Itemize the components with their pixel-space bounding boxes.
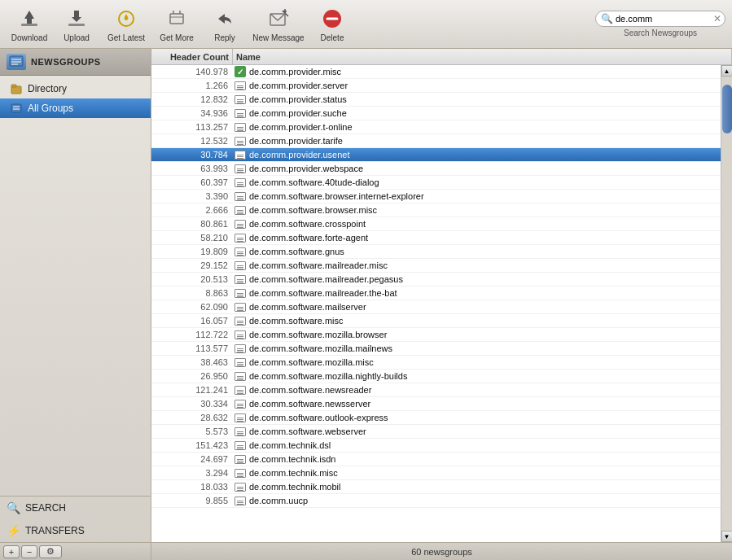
table-row[interactable]: 8.863de.comm.software.mailreader.the-bat (151, 287, 721, 300)
cell-name: de.comm.software.browser.internet-explor… (248, 191, 721, 201)
cell-name: de.comm.software.mailreader.pegasus (248, 274, 721, 284)
search-clear-icon[interactable]: ✕ (713, 13, 721, 24)
sidebar-item-search[interactable]: 🔍 SEARCH (0, 497, 151, 519)
table-row[interactable]: 60.397de.comm.software.40tude-dialog (151, 176, 721, 190)
search-box[interactable]: 🔍 ✕ (595, 11, 725, 27)
table-row[interactable]: 140.978✓de.comm.provider.misc (151, 65, 721, 79)
table-row[interactable]: 3.390de.comm.software.browser.internet-e… (151, 190, 721, 203)
table-row[interactable]: 151.423de.comm.technik.dsl (151, 439, 721, 453)
cell-name: de.comm.software.newsserver (248, 399, 721, 409)
cell-count: 3.390 (151, 191, 233, 201)
table-row[interactable]: 28.632de.comm.software.outlook-express (151, 411, 721, 425)
download-button[interactable]: Download (7, 3, 52, 46)
table-row[interactable]: 34.936de.comm.provider.suche (151, 107, 721, 120)
cell-name: de.comm.provider.misc (248, 67, 721, 77)
sidebar-all-groups-label: All Groups (28, 103, 73, 114)
cell-icon (233, 123, 248, 132)
svg-rect-23 (11, 104, 21, 112)
cell-icon (233, 192, 248, 201)
scrollbar-thumb[interactable] (722, 85, 732, 133)
scroll-up-arrow[interactable]: ▲ (721, 65, 733, 77)
sidebar-item-transfers[interactable]: ⚡ TRANSFERS (0, 519, 151, 542)
sidebar-item-directory[interactable]: Directory (0, 79, 151, 98)
table-row[interactable]: 62.090de.comm.software.mailserver (151, 300, 721, 314)
reply-button[interactable]: Reply (202, 3, 248, 46)
sidebar-controls: + − ⚙ (0, 542, 151, 560)
table-row[interactable]: 38.463de.comm.software.mozilla.misc (151, 356, 721, 370)
scroll-down-arrow[interactable]: ▼ (721, 531, 733, 542)
cell-count: 3.294 (151, 468, 233, 478)
cell-name: de.comm.software.browser.misc (248, 205, 721, 215)
cell-icon (233, 261, 248, 270)
cell-name: de.comm.provider.tarife (248, 136, 721, 146)
cell-count: 29.152 (151, 260, 233, 270)
cell-count: 121.241 (151, 385, 233, 395)
cell-icon (233, 164, 248, 173)
sidebar-header: NEWSGROUPS (0, 49, 151, 76)
cell-count: 112.722 (151, 330, 233, 339)
get-more-button[interactable]: Get More (153, 3, 200, 46)
get-latest-button[interactable]: Get Latest (101, 3, 151, 46)
table-row[interactable]: 3.294de.comm.technik.misc (151, 466, 721, 480)
table-row[interactable]: 5.573de.comm.software.webserver (151, 425, 721, 439)
upload-icon (64, 6, 90, 32)
table-row[interactable]: 20.513de.comm.software.mailreader.pegasu… (151, 273, 721, 287)
table-row[interactable]: 112.722de.comm.software.mozilla.browser (151, 328, 721, 342)
col-header-count: Header Count (151, 49, 233, 64)
cell-icon (233, 317, 248, 326)
cell-name: de.comm.software.newsreader (248, 385, 721, 395)
table-row[interactable]: 30.784de.comm.provider.usenet (151, 148, 721, 162)
table-row[interactable]: 80.861de.comm.software.crosspoint (151, 217, 721, 231)
sidebar-section-label: NEWSGROUPS (31, 57, 101, 67)
col-header-name: Name (233, 49, 732, 64)
cell-name: de.comm.technik.dsl (248, 440, 721, 450)
cell-count: 113.257 (151, 122, 233, 132)
table-row[interactable]: 12.832de.comm.provider.status (151, 93, 721, 107)
cell-icon (233, 151, 248, 160)
table-row[interactable]: 63.993de.comm.provider.webspace (151, 162, 721, 176)
remove-button[interactable]: − (21, 545, 37, 558)
table-row[interactable]: 1.266de.comm.provider.server (151, 79, 721, 93)
scrollbar-track[interactable] (721, 77, 733, 531)
table-row[interactable]: 16.057de.comm.software.misc (151, 314, 721, 328)
table-row[interactable]: 19.809de.comm.software.gnus (151, 245, 721, 259)
scrollbar[interactable]: ▲ ▼ (721, 65, 732, 542)
table-row[interactable]: 113.577de.comm.software.mozilla.mailnews (151, 342, 721, 356)
new-message-button[interactable]: New Message (249, 3, 308, 46)
table-row[interactable]: 18.033de.comm.technik.mobil (151, 480, 721, 494)
table-row[interactable]: 9.855de.comm.uucp (151, 494, 721, 508)
table-row[interactable]: 121.241de.comm.software.newsreader (151, 383, 721, 397)
cell-icon (233, 441, 248, 450)
cell-icon (233, 497, 248, 505)
search-icon: 🔍 (601, 13, 613, 24)
table-row[interactable]: 30.334de.comm.software.newsserver (151, 397, 721, 411)
cell-name: de.comm.software.crosspoint (248, 219, 721, 229)
upload-button[interactable]: Upload (54, 3, 99, 46)
add-button[interactable]: + (3, 545, 20, 558)
delete-button[interactable]: Delete (309, 3, 355, 46)
cell-count: 34.936 (151, 108, 233, 118)
sidebar-item-all-groups[interactable]: All Groups (0, 98, 151, 118)
svg-marker-1 (24, 11, 34, 24)
table-row[interactable]: 24.697de.comm.technik.isdn (151, 453, 721, 466)
table-row[interactable]: 29.152de.comm.software.mailreader.misc (151, 259, 721, 273)
cell-name: de.comm.provider.suche (248, 108, 721, 118)
table-row[interactable]: 12.532de.comm.provider.tarife (151, 134, 721, 148)
table-row[interactable]: 26.950de.comm.software.mozilla.nightly-b… (151, 370, 721, 383)
cell-icon (233, 372, 248, 381)
table-body[interactable]: 140.978✓de.comm.provider.misc1.266de.com… (151, 65, 721, 542)
cell-icon (233, 109, 248, 118)
cell-count: 24.697 (151, 454, 233, 464)
sidebar-search-label: SEARCH (25, 502, 66, 514)
search-input[interactable] (616, 14, 713, 24)
cell-icon (233, 95, 248, 104)
svg-rect-2 (68, 24, 85, 26)
table-row[interactable]: 2.666de.comm.software.browser.misc (151, 203, 721, 217)
download-label: Download (11, 33, 47, 42)
gear-button[interactable]: ⚙ (39, 545, 62, 558)
table-row[interactable]: 113.257de.comm.provider.t-online (151, 120, 721, 134)
cell-name: de.comm.technik.mobil (248, 482, 721, 492)
cell-name: de.comm.provider.usenet (248, 150, 721, 160)
table-row[interactable]: 58.210de.comm.software.forte-agent (151, 231, 721, 245)
sidebar-transfers-label: TRANSFERS (25, 525, 85, 536)
